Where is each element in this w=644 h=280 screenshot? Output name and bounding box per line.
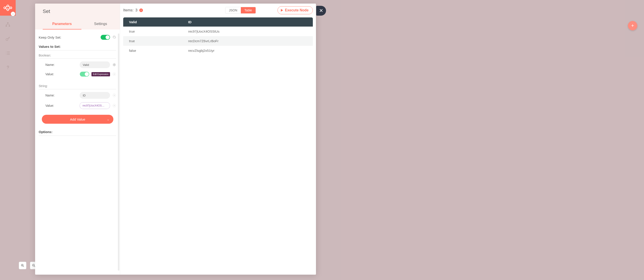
config-tabs: Parameters Settings: [43, 19, 120, 29]
add-node-button[interactable]: +: [628, 21, 637, 30]
svg-point-2: [7, 9, 9, 10]
string-value-expression[interactable]: rec97jUocX4OS…: [80, 102, 110, 109]
svg-point-3: [10, 7, 12, 9]
string-name-label: Name:: [46, 94, 60, 97]
execute-node-button[interactable]: Execute Node: [278, 6, 313, 14]
add-value-label: Add Value: [70, 118, 85, 121]
table-row: false recvZlsgbj2x51tyr: [123, 46, 313, 55]
n8n-logo-icon: [3, 3, 12, 12]
parameters-body: Keep Only Set: Values to Set: Boolean: N…: [35, 29, 120, 275]
node-title: Set: [43, 8, 120, 14]
app-logo: ›: [0, 0, 16, 16]
table-row: true recDcm7Z6vrLrBoFr: [123, 36, 313, 46]
zoom-in-icon: [20, 264, 24, 268]
help-icon[interactable]: [5, 65, 10, 70]
items-count: Items: 3 i: [123, 8, 143, 12]
options-heading: Options:: [39, 130, 116, 136]
bool-name-input[interactable]: [80, 61, 110, 68]
svg-point-16: [114, 105, 115, 106]
edit-expression-button[interactable]: Edit Expression: [92, 72, 110, 76]
view-table-button[interactable]: Table: [241, 7, 255, 13]
chevron-down-icon: ⌄: [107, 118, 109, 121]
tab-settings[interactable]: Settings: [82, 19, 120, 29]
output-view-toggle: JSON Table: [225, 7, 256, 14]
boolean-section-heading: Boolean:: [39, 54, 116, 59]
output-toolbar: Items: 3 i JSON Table Execute Node: [120, 3, 316, 16]
string-name-input[interactable]: [80, 92, 110, 99]
executions-list-icon[interactable]: [5, 50, 10, 56]
tab-parameters[interactable]: Parameters: [43, 19, 82, 29]
col-id: ID: [182, 17, 313, 26]
svg-rect-5: [6, 25, 7, 26]
values-to-set-heading: Values to Set:: [39, 45, 116, 50]
plus-icon: +: [631, 23, 634, 29]
table-row: true rec97jUocX4OSStUs: [123, 26, 313, 36]
node-header: Set Parameters Settings: [35, 3, 120, 29]
bool-value-toggle[interactable]: [80, 72, 89, 77]
chevron-right-icon: ›: [12, 12, 14, 15]
bool-name-label: Name:: [46, 63, 60, 67]
info-icon[interactable]: i: [139, 8, 143, 12]
add-value-button[interactable]: Add Value ⌄: [42, 115, 113, 124]
keep-only-set-toggle[interactable]: [100, 35, 110, 40]
gear-icon[interactable]: [112, 63, 116, 67]
play-icon: [281, 9, 283, 12]
gear-icon[interactable]: [112, 35, 116, 39]
gear-icon[interactable]: [112, 72, 116, 76]
node-config-panel: Set Parameters Settings Keep Only Set: V…: [35, 3, 120, 275]
svg-point-0: [4, 7, 6, 9]
svg-point-14: [114, 95, 115, 96]
output-panel: Items: 3 i JSON Table Execute Node Valid…: [120, 3, 316, 275]
zoom-controls: [19, 262, 38, 269]
close-modal-button[interactable]: ✕: [316, 6, 326, 16]
svg-rect-6: [9, 25, 10, 26]
svg-point-1: [7, 5, 9, 7]
scrollbar[interactable]: [118, 33, 120, 271]
zoom-in-button[interactable]: [19, 262, 26, 269]
workflows-icon[interactable]: [5, 22, 10, 27]
gear-icon[interactable]: [112, 93, 116, 97]
gear-icon[interactable]: [112, 104, 116, 108]
output-table: Valid ID true rec97jUocX4OSStUs true rec…: [123, 17, 313, 55]
credentials-key-icon[interactable]: [5, 36, 10, 41]
string-section-heading: String:: [39, 84, 116, 89]
node-modal: Set Parameters Settings Keep Only Set: V…: [35, 3, 316, 275]
string-value-label: Value:: [46, 104, 60, 107]
svg-rect-4: [7, 22, 8, 23]
view-json-button[interactable]: JSON: [226, 7, 241, 13]
bool-value-label: Value:: [46, 72, 60, 76]
main-sidebar: ›: [0, 0, 16, 280]
close-icon: ✕: [319, 8, 323, 14]
col-valid: Valid: [123, 17, 182, 26]
svg-point-12: [114, 74, 115, 75]
sidebar-toggle[interactable]: ›: [11, 12, 15, 16]
keep-only-set-label: Keep Only Set:: [39, 35, 61, 39]
